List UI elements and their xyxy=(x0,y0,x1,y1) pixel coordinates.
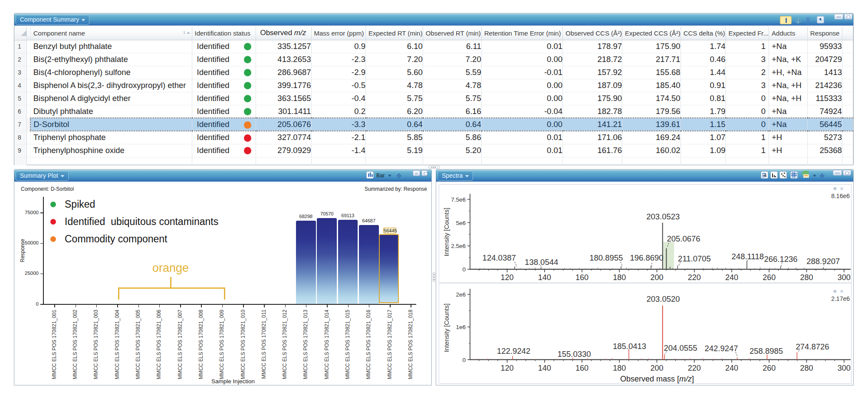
svg-text:211.0705: 211.0705 xyxy=(678,254,711,263)
svg-text:248.1118: 248.1118 xyxy=(732,252,764,261)
svg-text:260: 260 xyxy=(763,364,776,372)
svg-text:300: 300 xyxy=(838,273,851,282)
svg-text:280: 280 xyxy=(800,364,813,372)
svg-text:124.0387: 124.0387 xyxy=(483,253,516,262)
svg-text:1e6: 1e6 xyxy=(456,324,466,330)
svg-text:200: 200 xyxy=(650,273,663,282)
svg-text:155.0330: 155.0330 xyxy=(557,349,591,359)
svg-text:140: 140 xyxy=(538,364,551,372)
svg-text:2e6: 2e6 xyxy=(456,291,466,298)
svg-text:122.9242: 122.9242 xyxy=(497,346,530,356)
svg-text:0: 0 xyxy=(462,357,466,363)
svg-text:260: 260 xyxy=(763,273,776,282)
svg-text:160: 160 xyxy=(575,364,589,372)
svg-text:240: 240 xyxy=(725,273,738,282)
svg-text:274.8726: 274.8726 xyxy=(796,342,829,351)
svg-text:140: 140 xyxy=(538,273,551,282)
svg-text:180: 180 xyxy=(613,364,626,372)
svg-text:205.0676: 205.0676 xyxy=(667,234,700,243)
svg-text:300: 300 xyxy=(838,364,851,372)
svg-text:200: 200 xyxy=(650,364,663,372)
svg-text:5e6: 5e6 xyxy=(456,220,466,226)
svg-text:204.0555: 204.0555 xyxy=(664,343,697,352)
svg-text:180: 180 xyxy=(613,273,626,282)
svg-text:7.5e6: 7.5e6 xyxy=(451,196,466,203)
svg-text:138.0544: 138.0544 xyxy=(525,258,558,267)
svg-text:220: 220 xyxy=(688,364,701,372)
svg-text:120: 120 xyxy=(500,364,513,372)
svg-text:180.8955: 180.8955 xyxy=(589,253,623,262)
svg-text:203.0523: 203.0523 xyxy=(646,212,680,221)
svg-text:242.9247: 242.9247 xyxy=(704,344,738,353)
svg-text:220: 220 xyxy=(688,273,701,282)
svg-text:280: 280 xyxy=(800,273,813,282)
svg-text:2.5e6: 2.5e6 xyxy=(451,243,466,249)
svg-text:288.9207: 288.9207 xyxy=(806,257,840,266)
svg-text:185.0413: 185.0413 xyxy=(613,342,646,351)
svg-text:258.8985: 258.8985 xyxy=(750,346,783,356)
svg-text:240: 240 xyxy=(725,364,738,372)
svg-text:266.1236: 266.1236 xyxy=(764,254,797,264)
svg-text:196.8690: 196.8690 xyxy=(630,253,663,262)
svg-text:120: 120 xyxy=(500,273,513,282)
svg-text:0: 0 xyxy=(462,266,466,273)
svg-text:160: 160 xyxy=(575,273,589,282)
svg-text:Observed mass [m/z]: Observed mass [m/z] xyxy=(620,375,694,383)
svg-text:203.0520: 203.0520 xyxy=(646,294,680,303)
